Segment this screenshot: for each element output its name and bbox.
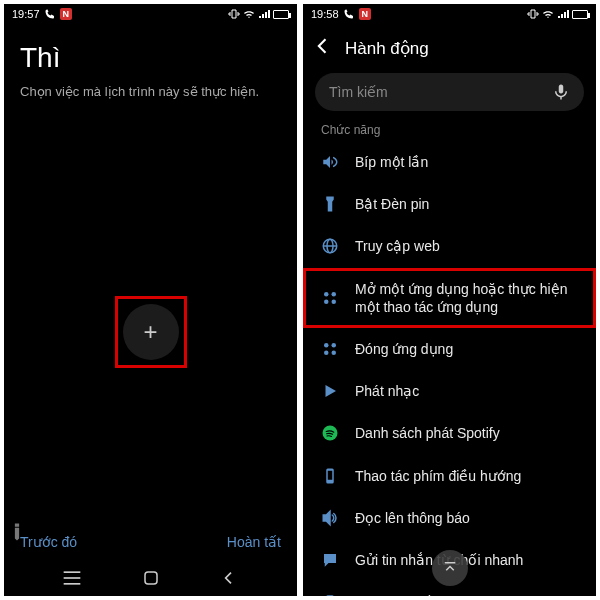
status-time: 19:57	[12, 8, 40, 20]
vibrate-icon	[321, 593, 339, 596]
action-label: Thao tác phím điều hướng	[355, 467, 578, 485]
action-label: Bíp một lần	[355, 153, 578, 171]
svg-rect-3	[145, 572, 157, 584]
action-label: Bật Đèn pin	[355, 195, 578, 213]
svg-point-7	[324, 292, 329, 297]
globe-icon	[321, 237, 339, 255]
action-item[interactable]: Đọc lên thông báo	[303, 497, 596, 539]
wifi-icon	[542, 8, 554, 20]
notification-badge: N	[359, 8, 372, 20]
spotify-icon	[321, 424, 339, 442]
svg-point-12	[332, 343, 337, 348]
home-button[interactable]	[141, 568, 161, 588]
status-bar: 19:57 N	[4, 4, 297, 24]
action-item[interactable]: Thao tác phím điều hướng	[303, 455, 596, 497]
phone-call-icon	[343, 8, 355, 20]
back-icon[interactable]	[313, 36, 333, 61]
play-icon	[321, 382, 339, 400]
apps-icon	[321, 289, 339, 307]
back-button[interactable]	[219, 568, 239, 588]
action-label: Đọc lên thông báo	[355, 509, 578, 527]
left-body: +	[4, 107, 297, 524]
action-item[interactable]: Mở một ứng dụng hoặc thực hiện một thao …	[303, 268, 596, 328]
battery-icon	[572, 10, 588, 19]
header-title: Hành động	[345, 38, 429, 59]
flashlight-icon	[321, 195, 339, 213]
recents-button[interactable]	[62, 568, 82, 588]
svg-point-9	[324, 299, 329, 304]
action-item[interactable]: Bíp một lần	[303, 141, 596, 183]
mic-icon[interactable]	[552, 83, 570, 101]
speaker-icon	[321, 153, 339, 171]
action-label: Đóng ứng dụng	[355, 340, 578, 358]
status-bar: 19:58 N	[303, 4, 596, 24]
vibrate-status-icon	[527, 8, 539, 20]
apps-icon	[321, 340, 339, 358]
search-placeholder: Tìm kiếm	[329, 84, 388, 100]
action-item[interactable]: Phát nhạc	[303, 370, 596, 412]
action-label: Mở một ứng dụng hoặc thực hiện một thao …	[355, 280, 578, 316]
svg-point-8	[332, 292, 337, 297]
svg-point-14	[332, 351, 337, 356]
battery-icon	[273, 10, 289, 19]
notification-badge: N	[60, 8, 73, 20]
action-label: Danh sách phát Spotify	[355, 424, 578, 442]
phone-screen-left: 19:57 N Thì Chọn việc mà lịch trình này …	[4, 4, 297, 596]
svg-point-13	[324, 351, 329, 356]
svg-rect-17	[328, 470, 333, 479]
action-item[interactable]: Đóng ứng dụng	[303, 328, 596, 370]
message-icon	[321, 551, 339, 569]
scroll-top-button[interactable]	[432, 550, 468, 586]
left-header: Thì Chọn việc mà lịch trình này sẽ thực …	[4, 24, 297, 107]
signal-icon	[258, 8, 270, 20]
action-label: Phát nhạc	[355, 382, 578, 400]
section-label: Chức năng	[303, 117, 596, 141]
status-time: 19:58	[311, 8, 339, 20]
done-button[interactable]: Hoàn tất	[227, 534, 281, 550]
action-item[interactable]: Truy cập web	[303, 225, 596, 267]
action-item[interactable]: Danh sách phát Spotify	[303, 412, 596, 454]
action-label: Truy cập web	[355, 237, 578, 255]
readaloud-icon	[321, 509, 339, 527]
svg-point-11	[324, 343, 329, 348]
action-header: Hành động	[303, 24, 596, 69]
svg-point-10	[332, 299, 337, 304]
phone-icon	[321, 467, 339, 485]
signal-icon	[557, 8, 569, 20]
action-item[interactable]: Bật Đèn pin	[303, 183, 596, 225]
action-list: Bíp một lầnBật Đèn pinTruy cập webMở một…	[303, 141, 596, 596]
vibrate-status-icon	[228, 8, 240, 20]
previous-button[interactable]: Trước đó	[20, 534, 77, 550]
page-subtitle: Chọn việc mà lịch trình này sẽ thực hiện…	[20, 84, 281, 99]
page-title: Thì	[20, 42, 281, 74]
add-action-button[interactable]: +	[123, 304, 179, 360]
phone-screen-right: 19:58 N Hành động Tìm kiếm Chức năng Bíp…	[303, 4, 596, 596]
search-input[interactable]: Tìm kiếm	[315, 73, 584, 111]
plus-icon: +	[143, 318, 157, 346]
bottom-actions: Trước đó Hoàn tất	[4, 524, 297, 560]
action-label: Rung một lần	[355, 593, 578, 596]
phone-call-icon	[44, 8, 56, 20]
wifi-icon	[243, 8, 255, 20]
android-navbar	[4, 560, 297, 596]
